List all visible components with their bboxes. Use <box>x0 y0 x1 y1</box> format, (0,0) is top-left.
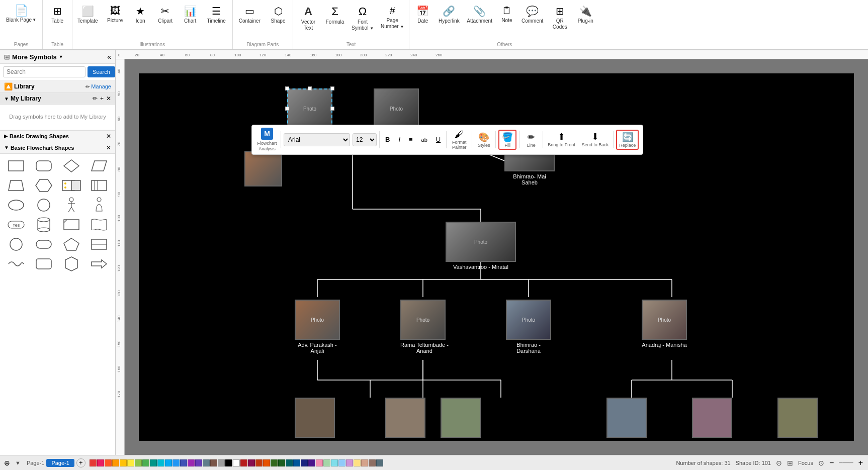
shape-hexagon[interactable] <box>31 176 57 195</box>
replace-button[interactable]: 🔄 Replace <box>616 130 639 150</box>
flowchart-analysis-button[interactable]: M FlowchartAnalysis <box>256 128 278 152</box>
my-library-add-icon[interactable]: + <box>100 95 104 102</box>
shape-cross-rect[interactable] <box>86 235 112 253</box>
shape-person[interactable] <box>58 196 84 214</box>
shape-rect-round2[interactable] <box>31 255 57 273</box>
underline-button[interactable]: U <box>433 133 444 146</box>
shape-pentagon[interactable] <box>58 235 84 253</box>
timeline-button[interactable]: ☰ Timeline <box>203 3 230 26</box>
grandchild6-node[interactable] <box>777 398 818 438</box>
status-grid-icon[interactable]: ⊞ <box>787 459 793 467</box>
qr-codes-button[interactable]: ⊞ QRCodes <box>547 3 572 32</box>
parakash-node[interactable]: Photo Adv. Parakash -Anjali <box>295 300 340 354</box>
bhimrao2-node[interactable]: Photo Bhimrao -Darshana <box>506 300 551 354</box>
color-deep-orange[interactable] <box>105 459 112 466</box>
color-medium-grey[interactable] <box>376 459 383 466</box>
grandchild1-node[interactable] <box>295 398 335 438</box>
shape-yes-pill[interactable]: Yes <box>3 216 29 234</box>
color-green[interactable] <box>142 459 149 466</box>
color-pink[interactable] <box>97 459 104 466</box>
font-size-selector[interactable]: 12 10 14 16 <box>353 133 377 146</box>
search-button[interactable]: Search <box>88 66 115 77</box>
color-blue[interactable] <box>172 459 180 466</box>
focus-icon[interactable]: ⊙ <box>818 459 824 467</box>
shape-trapezoid[interactable] <box>3 176 29 195</box>
shape-rect-corner[interactable] <box>58 216 84 234</box>
fill-button[interactable]: 🪣 Fill <box>498 130 516 150</box>
shape-wave[interactable] <box>3 255 29 273</box>
shape-wavy-rect[interactable] <box>86 216 112 234</box>
color-light-purple[interactable] <box>346 459 353 466</box>
shape-parallelogram[interactable] <box>86 157 112 175</box>
color-dark-teal[interactable] <box>286 459 293 466</box>
plugin-button[interactable]: 🔌 Plug-in <box>573 3 597 26</box>
italic-button[interactable]: I <box>395 133 403 146</box>
color-brown[interactable] <box>210 459 217 466</box>
status-layers-icon[interactable]: ⊙ <box>776 459 782 467</box>
shape-silhouette[interactable] <box>86 196 112 214</box>
color-dark-orange[interactable] <box>255 459 263 466</box>
color-light-blue2[interactable] <box>338 459 345 466</box>
grandchild5-node[interactable] <box>692 398 732 438</box>
date-button[interactable]: 📅 Date <box>411 3 434 26</box>
note-button[interactable]: 🗒 Note <box>496 3 517 25</box>
color-light-yellow[interactable] <box>354 459 361 466</box>
blank-page-button[interactable]: 📄 Blank Page▼ <box>2 3 40 25</box>
table-button[interactable]: ⊞ Table <box>45 3 70 26</box>
chart-button[interactable]: 📊 Chart <box>179 3 202 26</box>
vashavantroo-node[interactable]: Photo Vashavantroo - Miratal <box>446 222 516 270</box>
shape-rect-lines[interactable] <box>86 176 112 195</box>
my-library-close-icon[interactable]: ✕ <box>106 95 111 102</box>
vector-text-button[interactable]: A VectorText <box>295 3 321 33</box>
shape-diamond[interactable] <box>58 157 84 175</box>
color-dark-pink[interactable] <box>248 459 255 466</box>
color-purple[interactable] <box>188 459 195 466</box>
shape-arrow-right[interactable] <box>86 255 112 273</box>
color-skin[interactable] <box>361 459 368 466</box>
color-navy[interactable] <box>301 459 308 466</box>
grandchild3-node[interactable] <box>441 398 481 438</box>
shape-circle[interactable] <box>31 196 57 214</box>
color-black[interactable] <box>225 459 232 466</box>
shape-cylinder[interactable] <box>31 216 57 234</box>
color-orange[interactable] <box>112 459 119 466</box>
shape-circle2[interactable] <box>3 235 29 253</box>
couple-left-node[interactable] <box>244 151 282 186</box>
page-number-button[interactable]: # PageNumber ▼ <box>378 3 407 32</box>
send-to-back-button[interactable]: ⬇ Send to Back <box>580 130 611 149</box>
bring-to-front-button[interactable]: ⬆ Bring to Front <box>546 130 577 149</box>
font-symbol-button[interactable]: Ω FontSymbol ▼ <box>349 3 377 33</box>
color-light-green2[interactable] <box>323 459 330 466</box>
grandchild2-node[interactable] <box>385 398 425 438</box>
color-deep-purple[interactable] <box>195 459 202 466</box>
wrap-button[interactable]: ab <box>418 133 430 146</box>
my-library-edit-icon[interactable]: ✏ <box>93 95 98 102</box>
color-orange2[interactable] <box>263 459 270 466</box>
attachment-button[interactable]: 📎 Attachment <box>464 3 495 26</box>
color-white[interactable] <box>233 459 240 466</box>
color-olive[interactable] <box>271 459 278 466</box>
drawing-close-icon[interactable]: ✕ <box>106 133 111 140</box>
comment-button[interactable]: 💬 Comment <box>518 3 546 26</box>
zoom-in-button[interactable]: + <box>858 458 863 467</box>
zoom-out-button[interactable]: − <box>829 458 834 467</box>
search-input[interactable] <box>3 66 85 77</box>
template-button[interactable]: ⬜ Template <box>74 3 101 26</box>
shape-ellipse[interactable] <box>3 196 29 214</box>
flowchart-close-icon[interactable]: ✕ <box>106 144 111 151</box>
manage-button[interactable]: Manage <box>91 83 111 89</box>
active-page-tab[interactable]: Page-1 <box>46 459 74 467</box>
icon-button[interactable]: ★ Icon <box>129 3 152 26</box>
color-light-cyan[interactable] <box>331 459 338 466</box>
color-light-blue[interactable] <box>165 459 172 466</box>
formula-button[interactable]: Σ Formula <box>322 3 348 27</box>
color-light-pink[interactable] <box>316 459 323 466</box>
container-button[interactable]: ▭ Container <box>235 3 265 26</box>
color-light-green[interactable] <box>135 459 142 466</box>
rama-node[interactable]: Photo Rama Teltumbade -Anand <box>400 300 449 354</box>
styles-button[interactable]: 🎨 Styles <box>475 131 493 149</box>
color-red[interactable] <box>90 459 97 466</box>
shape-rounded-rect2[interactable] <box>31 235 57 253</box>
shape-hexagon2[interactable] <box>58 255 84 273</box>
color-dark-blue[interactable] <box>293 459 300 466</box>
